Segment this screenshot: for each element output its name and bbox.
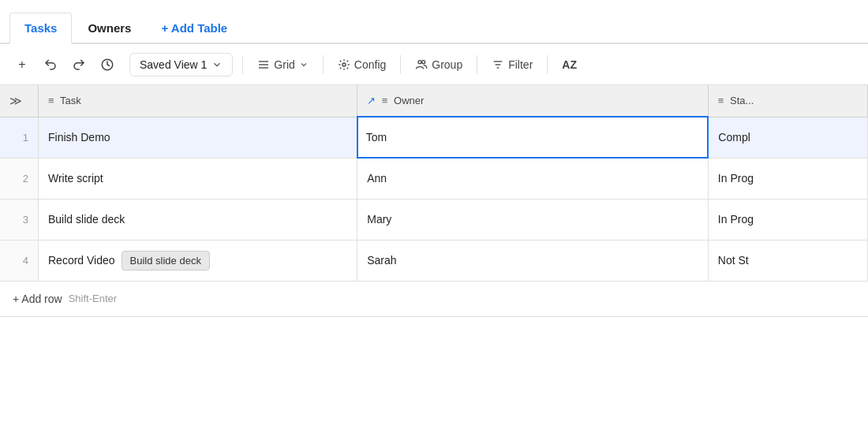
owner-cell-2[interactable]: Ann [357, 158, 709, 199]
sort-button[interactable]: AZ [554, 54, 585, 76]
status-cell-2: In Prog [708, 158, 867, 199]
filter-icon [492, 58, 504, 71]
tab-owners[interactable]: Owners [73, 13, 145, 43]
config-button[interactable]: Config [330, 54, 394, 76]
grid-chevron-icon [299, 60, 309, 69]
filter-label: Filter [508, 58, 533, 71]
redo-button[interactable] [66, 52, 92, 77]
tab-bar: Tasks Owners + Add Table [0, 0, 868, 44]
toolbar: + Saved View 1 Grid Config Group Filter … [0, 44, 868, 85]
task-col-icon: ≡ [48, 95, 54, 106]
owner-sort-icon: ↗ [367, 95, 376, 106]
divider-3 [400, 55, 401, 74]
redo-icon [72, 58, 86, 72]
header-status[interactable]: ≡ Sta... [708, 85, 867, 117]
config-label: Config [354, 58, 386, 71]
header-status-label: Sta... [730, 95, 754, 106]
grid-label: Grid [274, 58, 294, 71]
task-cell-1[interactable]: Finish Demo [39, 117, 357, 158]
sort-label: AZ [562, 58, 577, 71]
owner-value-3: Mary [367, 213, 391, 226]
undo-icon [43, 58, 58, 72]
add-table-button[interactable]: + Add Table [150, 13, 238, 43]
grid-button[interactable]: Grid [249, 54, 316, 76]
row-num-3: 3 [0, 199, 39, 240]
add-row-bar[interactable]: + Add row Shift-Enter [0, 282, 868, 317]
status-cell-4: Not St [708, 240, 867, 281]
row-num-4: 4 [0, 240, 39, 281]
task-cell-3[interactable]: Build slide deck [39, 199, 357, 240]
row-num-1: 1 [0, 117, 39, 158]
group-icon [415, 58, 428, 71]
filter-button[interactable]: Filter [484, 54, 541, 76]
owner-value-1: Tom [366, 131, 387, 144]
owner-cell-1[interactable]: Tom [357, 117, 709, 158]
status-value-3: In Prog [718, 213, 754, 226]
svg-point-4 [342, 63, 346, 66]
config-icon [338, 58, 350, 71]
owner-col-icon: ≡ [382, 95, 388, 106]
task-value-4: Record Video [48, 254, 115, 267]
header-owner[interactable]: ↗ ≡ Owner [357, 85, 709, 117]
task-value-2: Write script [48, 172, 103, 185]
header-task-label: Task [60, 95, 81, 106]
divider-2 [323, 55, 324, 74]
history-icon [100, 58, 114, 72]
task-value-1: Finish Demo [48, 131, 110, 144]
task-cell-2[interactable]: Write script [39, 158, 357, 199]
owner-value-2: Ann [367, 172, 387, 185]
owner-value-4: Sarah [367, 254, 396, 267]
task-4-container: Record Video Build slide deck [48, 251, 347, 270]
divider-1 [242, 55, 243, 74]
saved-view-label: Saved View 1 [140, 58, 207, 71]
tooltip-build-slide-deck: Build slide deck [122, 251, 210, 270]
status-value-1: Compl [718, 131, 750, 144]
status-value-4: Not St [718, 254, 749, 267]
table-row: 4 Record Video Build slide deck Sarah No… [0, 240, 868, 281]
add-row-label: + Add row [13, 293, 62, 305]
task-value-3: Build slide deck [48, 213, 125, 226]
status-value-2: In Prog [718, 172, 754, 185]
status-col-icon: ≡ [718, 95, 724, 106]
history-button[interactable] [95, 52, 120, 77]
saved-view-dropdown[interactable]: Saved View 1 [129, 53, 233, 76]
svg-point-5 [418, 60, 421, 63]
task-cell-4[interactable]: Record Video Build slide deck [39, 240, 357, 281]
grid-container: ≫ ≡ Task ↗ ≡ Owner ≡ Sta... [0, 85, 868, 317]
group-label: Group [432, 58, 462, 71]
divider-4 [477, 55, 477, 74]
table-row: 2 Write script Ann In Prog [0, 158, 868, 199]
header-row-num: ≫ [0, 85, 39, 117]
add-row-shortcut: Shift-Enter [69, 293, 117, 304]
owner-cell-4[interactable]: Sarah [357, 240, 709, 281]
svg-point-6 [422, 60, 425, 63]
table-header-row: ≫ ≡ Task ↗ ≡ Owner ≡ Sta... [0, 85, 868, 117]
add-button[interactable]: + [9, 52, 35, 77]
divider-5 [547, 55, 548, 74]
status-cell-1: Compl [708, 117, 867, 158]
tab-tasks[interactable]: Tasks [9, 13, 72, 44]
expand-icon: ≫ [9, 94, 22, 107]
table-row: 1 Finish Demo Tom Compl [0, 117, 868, 158]
group-button[interactable]: Group [407, 54, 470, 76]
table-row: 3 Build slide deck Mary In Prog [0, 199, 868, 240]
chevron-down-icon [211, 59, 223, 70]
header-task[interactable]: ≡ Task [39, 85, 357, 117]
status-cell-3: In Prog [708, 199, 867, 240]
data-table: ≫ ≡ Task ↗ ≡ Owner ≡ Sta... [0, 85, 868, 282]
header-owner-label: Owner [394, 95, 424, 106]
owner-cell-3[interactable]: Mary [357, 199, 709, 240]
row-num-2: 2 [0, 158, 39, 199]
undo-button[interactable] [38, 52, 63, 77]
grid-icon [257, 58, 270, 71]
